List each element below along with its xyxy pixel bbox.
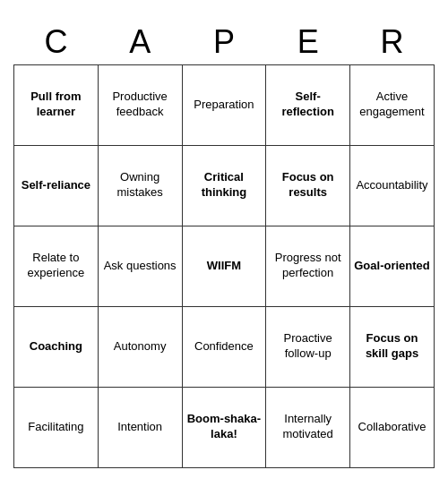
header-row: CAPER bbox=[14, 20, 435, 65]
header-cell: A bbox=[98, 20, 182, 65]
table-row: CoachingAutonomyConfidenceProactive foll… bbox=[14, 306, 435, 387]
table-cell: Intention bbox=[98, 387, 182, 467]
table-cell: Goal-oriented bbox=[350, 226, 435, 306]
bingo-card: CAPER Pull from learnerProductive feedba… bbox=[13, 20, 435, 468]
table-row: Pull from learnerProductive feedbackPrep… bbox=[14, 64, 435, 145]
header-cell: C bbox=[14, 20, 99, 65]
header-cell: R bbox=[350, 20, 435, 65]
header-cell: E bbox=[266, 20, 350, 65]
table-row: FacilitatingIntentionBoom-shaka-laka!Int… bbox=[14, 387, 435, 467]
table-row: Self-relianceOwning mistakesCritical thi… bbox=[14, 145, 435, 226]
table-cell: Coaching bbox=[14, 306, 99, 387]
table-cell: Progress not perfection bbox=[266, 226, 350, 306]
table-cell: Productive feedback bbox=[98, 64, 182, 145]
table-cell: Ask questions bbox=[98, 226, 182, 306]
table-cell: Focus on results bbox=[266, 145, 350, 226]
table-cell: Collaborative bbox=[350, 387, 435, 467]
table-cell: Pull from learner bbox=[14, 64, 99, 145]
table-cell: Autonomy bbox=[98, 306, 182, 387]
table-cell: Focus on skill gaps bbox=[350, 306, 435, 387]
table-cell: Confidence bbox=[182, 306, 266, 387]
table-row: Relate to experienceAsk questionsWIIFMPr… bbox=[14, 226, 435, 306]
table-cell: Critical thinking bbox=[182, 145, 266, 226]
table-cell: Boom-shaka-laka! bbox=[182, 387, 266, 467]
table-cell: Self-reliance bbox=[14, 145, 99, 226]
table-cell: Relate to experience bbox=[14, 226, 99, 306]
header-cell: P bbox=[182, 20, 266, 65]
table-cell: Self-reflection bbox=[266, 64, 350, 145]
table-cell: Preparation bbox=[182, 64, 266, 145]
table-cell: WIIFM bbox=[182, 226, 266, 306]
table-cell: Owning mistakes bbox=[98, 145, 182, 226]
table-cell: Facilitating bbox=[14, 387, 99, 467]
table-cell: Proactive follow-up bbox=[266, 306, 350, 387]
table-cell: Active engagement bbox=[350, 64, 435, 145]
table-cell: Accountability bbox=[350, 145, 435, 226]
table-cell: Internally motivated bbox=[266, 387, 350, 467]
